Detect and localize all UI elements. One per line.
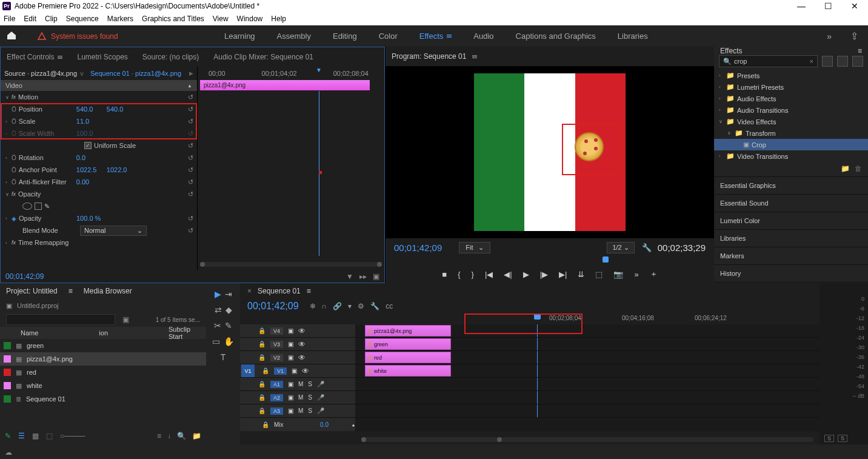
menu-graphics[interactable]: Graphics and Titles — [142, 15, 204, 23]
eye-icon[interactable]: 👁 — [298, 327, 305, 335]
panel-menu-icon[interactable] — [58, 56, 62, 59]
col-subclip[interactable]: Subclip Start — [169, 326, 190, 340]
track-v4-header[interactable]: 🔒V4▣👁 — [240, 324, 355, 337]
snap-icon[interactable]: ❄ — [310, 302, 316, 310]
effects-search-input[interactable]: 🔍crop× — [719, 55, 818, 67]
reset-icon[interactable]: ↺ — [188, 154, 193, 162]
track-v1-source[interactable]: V1 — [241, 364, 255, 377]
timeline-playhead-handle[interactable] — [534, 313, 541, 320]
tab-project[interactable]: Project: Untitled — [6, 287, 58, 295]
reset-icon[interactable]: ↺ — [188, 93, 193, 101]
ec-scale-row[interactable]: ›ÖScale11.0↺ — [1, 115, 197, 127]
effects-filter-yuv[interactable] — [852, 56, 863, 67]
track-a2-label[interactable]: A2 — [270, 394, 283, 401]
track-mix-value[interactable]: 0.0 — [320, 421, 329, 428]
ec-video-header[interactable]: Video▲ — [1, 80, 197, 91]
selection-tool-icon[interactable]: ▶ — [215, 289, 221, 299]
menu-help[interactable]: Help — [271, 15, 286, 23]
ec-anchor-row[interactable]: ÖAnchor Point1022.51022.0↺ — [1, 164, 197, 176]
ec-zoom-bar[interactable] — [200, 262, 382, 267]
clip-green[interactable]: fxgreen — [365, 338, 451, 350]
track-a3-header[interactable]: 🔒A3▣MS🎤 — [240, 404, 355, 417]
effects-audioeffects-folder[interactable]: ›📁Audio Effects — [714, 93, 868, 104]
tab-audio-clip-mixer[interactable]: Audio Clip Mixer: Sequence 01 — [213, 53, 313, 61]
effects-tab[interactable]: Effects — [720, 47, 742, 55]
menu-edit[interactable]: Edit — [24, 15, 36, 23]
mic-icon[interactable]: 🎤 — [317, 381, 324, 387]
ec-motion-row[interactable]: ∨fxMotion↺ — [1, 91, 197, 103]
lock-icon[interactable]: 🔒 — [258, 394, 265, 401]
settings-icon[interactable]: 🔧 — [642, 243, 652, 252]
project-item-red[interactable]: ▦red — [0, 366, 206, 379]
system-issues-warning[interactable]: System issues found — [38, 32, 118, 41]
list-view-icon[interactable]: ☰ — [18, 432, 25, 440]
mark-in-icon[interactable]: ■ — [442, 270, 447, 279]
mask-pen-icon[interactable]: ✎ — [44, 203, 50, 210]
ec-scale-value[interactable]: 11.0 — [76, 118, 107, 125]
panel-markers[interactable]: Markers — [714, 247, 868, 264]
project-column-header[interactable]: NameionSubclip Start — [0, 327, 206, 339]
ec-anchor-x[interactable]: 1022.5 — [76, 166, 107, 173]
effects-presets-folder[interactable]: ›📁Presets — [714, 70, 868, 81]
extract-icon[interactable]: ⬚ — [595, 270, 603, 279]
sort-icon[interactable]: ≡ — [157, 432, 161, 440]
pen-tool-icon[interactable]: ✎ — [225, 321, 232, 330]
settings-icon[interactable]: ⚙ — [358, 302, 364, 310]
solo-button[interactable]: S — [308, 394, 312, 401]
ec-clip-bar[interactable]: pizza1@4x.png — [200, 80, 370, 90]
new-bin-icon[interactable]: 📁 — [192, 432, 201, 440]
reset-icon[interactable]: ↺ — [188, 106, 193, 113]
ec-anchor-y[interactable]: 1022.0 — [107, 166, 127, 173]
effects-transform-folder[interactable]: ∨📁Transform — [714, 127, 868, 139]
menu-file[interactable]: File — [4, 15, 15, 23]
panel-menu-icon[interactable] — [472, 55, 477, 58]
ec-timeline[interactable]: 00;00 00;01;04;02 00;02;08;04 ▼ pizza1@4… — [198, 67, 384, 270]
eye-icon[interactable]: 👁 — [302, 367, 309, 375]
panel-essential-graphics[interactable]: Essential Graphics — [714, 176, 868, 194]
effects-videotrans-folder[interactable]: ›📁Video Transitions — [714, 150, 868, 162]
program-playhead[interactable] — [603, 256, 609, 263]
ec-playhead-icon[interactable]: ▼ — [316, 67, 322, 73]
track-v1-header[interactable]: V1🔒V1▣👁 — [240, 364, 355, 377]
menu-sequence[interactable]: Sequence — [66, 15, 99, 23]
reset-icon[interactable]: ↺ — [188, 118, 193, 126]
zoom-select[interactable]: Fit⌄ — [459, 242, 490, 253]
kf-nav-icon[interactable]: ▸▸ — [359, 272, 367, 281]
ec-rotation-row[interactable]: ›ÖRotation0.0↺ — [1, 152, 197, 164]
menu-view[interactable]: View — [213, 15, 229, 23]
effects-filter-32bit[interactable] — [837, 56, 848, 67]
lift-icon[interactable]: ⇊ — [578, 270, 584, 279]
ec-antiflicker-row[interactable]: ›ÖAnti-flicker Filter0.00↺ — [1, 176, 197, 188]
export-icon[interactable]: ⇪ — [850, 30, 858, 42]
maximize-button[interactable]: ☐ — [815, 0, 841, 12]
reset-icon[interactable]: ↺ — [188, 215, 193, 223]
lock-icon[interactable]: 🔒 — [258, 407, 265, 414]
ec-antiflicker-value[interactable]: 0.00 — [76, 178, 107, 186]
track-select-tool-icon[interactable]: ⇥ — [225, 289, 232, 299]
project-search-input[interactable] — [6, 314, 115, 325]
ec-timeremap-row[interactable]: ›fxTime Remapping — [1, 236, 197, 249]
workspace-effects[interactable]: Effects — [419, 32, 452, 41]
tab-lumetri-scopes[interactable]: Lumetri Scopes — [77, 53, 127, 61]
clip-white[interactable]: fxwhite — [365, 365, 451, 377]
program-timecode[interactable]: 00;01;42;09 — [394, 243, 442, 253]
mute-button[interactable]: M — [298, 394, 303, 401]
magnet-icon[interactable]: ∩ — [322, 302, 327, 310]
project-item-green[interactable]: ▦green — [0, 339, 206, 352]
reset-icon[interactable]: ↺ — [188, 142, 193, 150]
lock-icon[interactable]: 🔒 — [262, 421, 269, 428]
find-icon[interactable]: 🔍 — [177, 432, 186, 440]
delete-icon[interactable]: 🗑 — [855, 164, 862, 173]
program-ruler[interactable] — [394, 256, 706, 265]
lock-icon[interactable]: 🔒 — [258, 341, 265, 347]
chevron-right-icon[interactable]: ▶ — [189, 70, 193, 76]
track-a1-label[interactable]: A1 — [270, 381, 283, 388]
mic-icon[interactable]: 🎤 — [317, 407, 324, 414]
effects-crop-item[interactable]: ▣Crop — [714, 139, 868, 150]
new-bin-icon[interactable]: 📁 — [841, 164, 850, 173]
tab-effect-controls[interactable]: Effect Controls — [7, 53, 62, 61]
mask-ellipse-icon[interactable] — [22, 203, 32, 210]
ec-position-y[interactable]: 540.0 — [107, 106, 124, 113]
mark-out-icon[interactable]: { — [458, 270, 460, 279]
rate-tool-icon[interactable]: ◆ — [225, 305, 232, 315]
